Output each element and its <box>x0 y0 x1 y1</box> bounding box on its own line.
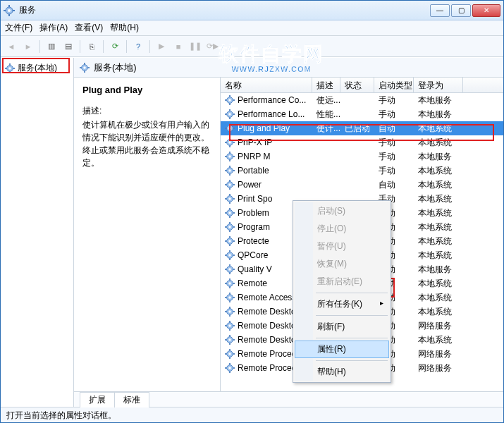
row-name: Performance Co... <box>238 95 306 105</box>
gear-icon <box>225 236 235 246</box>
gear-icon <box>225 307 235 317</box>
service-row[interactable]: Power自动本地系统 <box>221 178 503 192</box>
menu-file[interactable]: 文件(F) <box>5 22 32 34</box>
row-startup: 手动 <box>374 94 414 106</box>
maximize-button[interactable]: ▢ <box>451 4 471 17</box>
gear-icon <box>225 250 235 260</box>
ctx-stop[interactable]: 停止(O) <box>295 220 389 238</box>
export-list-button[interactable]: ⎘ <box>84 39 99 54</box>
row-status: 已启动 <box>340 123 374 135</box>
col-logon[interactable]: 登录为 <box>414 78 463 92</box>
row-name: PnP-X IP <box>238 137 272 147</box>
properties-toolbar-button[interactable]: ▤ <box>61 39 76 54</box>
main-panel: 服务(本地) Plug and Play 描述: 使计算机在极少或没有用户输入的… <box>74 58 503 407</box>
row-logon: 本地系统 <box>414 165 463 177</box>
services-window: 服务 — ▢ ✕ 文件(F) 操作(A) 查看(V) 帮助(H) ◄ ► ▥ ▤… <box>0 0 504 423</box>
ctx-restart[interactable]: 重新启动(E) <box>295 273 389 290</box>
back-button[interactable]: ◄ <box>4 39 19 54</box>
row-startup: 手动 <box>374 137 414 149</box>
row-logon: 本地系统 <box>414 123 463 135</box>
row-name: Performance Lo... <box>238 109 305 119</box>
toolbar: ◄ ► ▥ ▤ ⎘ ⟳ ? ▶ ■ ❚❚ ⟳▶ <box>1 36 503 57</box>
row-name: Protecte <box>238 236 269 246</box>
row-name: PNRP M <box>238 152 270 161</box>
description-label: 描述: <box>82 105 211 117</box>
row-logon: 本地服务 <box>414 151 463 163</box>
service-row[interactable]: Portable手动本地系统 <box>221 164 503 178</box>
menu-view[interactable]: 查看(V) <box>75 22 103 34</box>
ctx-resume[interactable]: 恢复(M) <box>295 255 389 273</box>
row-logon: 本地系统 <box>414 278 463 290</box>
ctx-refresh[interactable]: 刷新(F) <box>295 318 389 336</box>
gear-icon <box>225 194 235 204</box>
row-logon: 本地系统 <box>414 292 463 304</box>
row-startup: 手动 <box>374 109 414 121</box>
row-name: Remote Procedu <box>238 363 301 373</box>
tab-standard[interactable]: 标准 <box>114 392 149 407</box>
service-row[interactable]: PnP-X IP手动本地系统 <box>221 135 503 149</box>
row-logon: 本地系统 <box>414 179 463 191</box>
service-row[interactable]: PNRP M手动本地服务 <box>221 149 503 164</box>
forward-button[interactable]: ► <box>20 39 36 54</box>
gear-icon <box>225 152 235 161</box>
gear-icon <box>225 180 235 190</box>
row-startup: 手动 <box>374 165 414 177</box>
bottom-tabs: 扩展 标准 <box>74 391 503 407</box>
service-row[interactable]: Performance Lo...性能...手动本地服务 <box>221 107 503 121</box>
ctx-pause[interactable]: 暂停(U) <box>295 238 389 255</box>
tree-root-services-local[interactable]: 服务(本地) <box>2 61 72 75</box>
service-row[interactable]: Performance Co...使远...手动本地服务 <box>221 93 503 107</box>
tree-panel: 服务(本地) <box>1 58 74 407</box>
menu-help[interactable]: 帮助(H) <box>110 22 139 34</box>
selected-service-name: Plug and Play <box>82 85 211 95</box>
gear-icon <box>225 264 235 274</box>
row-name: Print Spo <box>238 194 272 204</box>
row-desc: 使计... <box>312 123 340 135</box>
description-text: 使计算机在极少或没有用户输入的情况下能识别并适应硬件的更改。终止或禁用此服务会造… <box>82 118 211 169</box>
help-toolbar-button[interactable]: ? <box>130 39 146 54</box>
show-hide-tree-button[interactable]: ▥ <box>44 39 59 54</box>
row-desc: 性能... <box>312 109 340 121</box>
col-startup[interactable]: 启动类型 <box>374 78 414 92</box>
window-title: 服务 <box>19 4 429 16</box>
row-name: QPCore <box>238 250 268 260</box>
main-header: 服务(本地) <box>74 58 503 78</box>
ctx-properties[interactable]: 属性(R) <box>295 341 389 358</box>
menubar: 文件(F) 操作(A) 查看(V) 帮助(H) <box>1 20 503 36</box>
restart-service-button[interactable]: ⟳▶ <box>204 39 220 54</box>
context-menu: 启动(S) 停止(O) 暂停(U) 恢复(M) 重新启动(E) 所有任务(K)▸… <box>293 200 391 383</box>
row-name: Remote <box>238 278 267 288</box>
col-status[interactable]: 状态 <box>340 78 374 92</box>
gear-icon <box>225 137 235 147</box>
col-desc[interactable]: 描述 <box>312 78 340 92</box>
row-startup: 手动 <box>374 151 414 163</box>
row-logon: 本地服务 <box>414 264 463 276</box>
ctx-all-tasks[interactable]: 所有任务(K)▸ <box>295 295 389 313</box>
service-row[interactable]: Plug and Play使计...已启动自动本地系统 <box>221 121 503 135</box>
tab-extended[interactable]: 扩展 <box>80 392 115 407</box>
row-desc: 使远... <box>312 94 340 106</box>
minimize-button[interactable]: — <box>430 4 450 17</box>
statusbar: 打开当前选择的属性对话框。 <box>1 407 503 422</box>
ctx-start[interactable]: 启动(S) <box>295 202 389 220</box>
close-button[interactable]: ✕ <box>472 4 500 17</box>
refresh-button[interactable]: ⟳ <box>107 39 123 54</box>
column-headers: 名称 描述 状态 启动类型 登录为 <box>221 78 503 93</box>
row-logon: 本地系统 <box>414 235 463 247</box>
row-logon: 本地系统 <box>414 334 463 346</box>
gear-icon <box>225 278 235 288</box>
gear-icon <box>225 123 235 133</box>
menu-action[interactable]: 操作(A) <box>39 22 68 34</box>
col-name[interactable]: 名称 <box>221 78 312 92</box>
row-name: Program <box>238 222 270 232</box>
stop-service-button[interactable]: ■ <box>171 39 186 54</box>
gear-icon <box>225 166 235 176</box>
row-startup: 自动 <box>374 179 414 191</box>
pause-service-button[interactable]: ❚❚ <box>188 39 203 54</box>
ctx-help[interactable]: 帮助(H) <box>295 363 389 381</box>
row-logon: 网络服务 <box>414 320 463 332</box>
gear-icon <box>225 335 235 345</box>
start-service-button[interactable]: ▶ <box>154 39 169 54</box>
status-text: 打开当前选择的属性对话框。 <box>6 410 116 420</box>
gear-icon <box>225 321 235 331</box>
